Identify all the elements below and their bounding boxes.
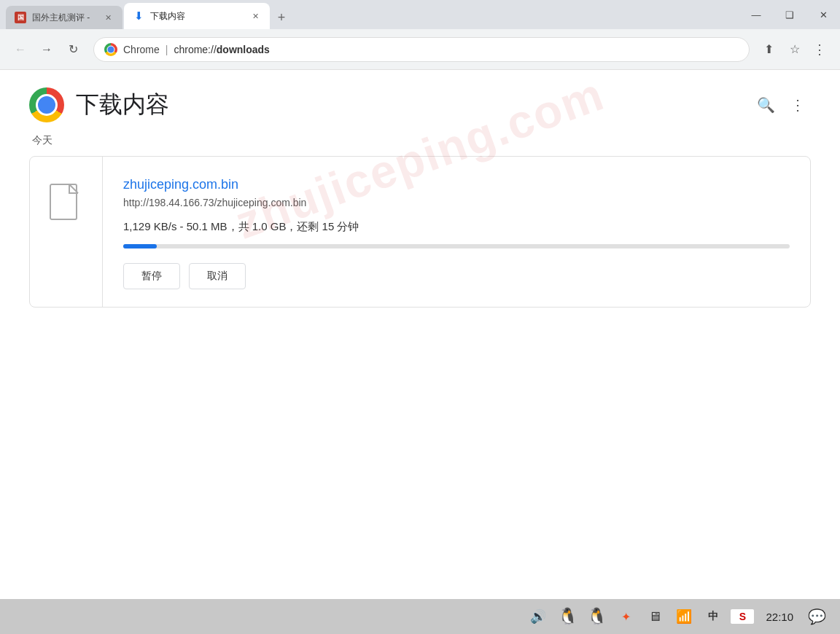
page-menu-button[interactable]: ⋮ xyxy=(785,92,811,118)
download-actions: 暂停 取消 xyxy=(123,263,790,289)
share-icon[interactable]: ⬆ xyxy=(758,39,779,60)
tab-active-label: 下载内容 xyxy=(150,10,244,23)
address-chrome-label: Chrome xyxy=(123,44,160,55)
back-button[interactable]: ← xyxy=(9,38,32,61)
chat-icon[interactable]: 💬 xyxy=(805,605,828,628)
browser-menu-button[interactable]: ⋮ xyxy=(808,38,831,61)
qq1-icon[interactable]: 🐧 xyxy=(556,605,579,628)
address-url: chrome://downloads xyxy=(174,44,269,55)
volume-icon[interactable]: 🔊 xyxy=(526,605,550,628)
ime-icon[interactable]: 中 xyxy=(701,605,725,628)
page-header-right: 🔍 ⋮ xyxy=(752,92,811,118)
wifi-icon[interactable]: 📶 xyxy=(672,605,696,628)
window-controls: — ❑ ✕ xyxy=(739,0,840,29)
download-details: zhujiceping.com.bin http://198.44.166.73… xyxy=(103,157,810,307)
file-icon xyxy=(49,183,84,224)
download-speed: 1,129 KB/s - 50.1 MB，共 1.0 GB，还剩 15 分钟 xyxy=(123,220,790,234)
close-button[interactable]: ✕ xyxy=(806,0,840,29)
tab-active[interactable]: ⬇ 下载内容 ✕ xyxy=(124,3,270,29)
tab-inactive[interactable]: 国 国外主机测评 - ✕ xyxy=(6,6,122,29)
tab-favicon-inactive: 国 xyxy=(15,12,26,23)
qq2-icon[interactable]: 🐧 xyxy=(585,605,608,628)
taskbar: 🔊 🐧 🐧 ✦ 🖥 📶 中 S 22:10 💬 xyxy=(0,599,840,634)
bookmark-icon[interactable]: ☆ xyxy=(785,39,805,60)
system-time: 22:10 xyxy=(766,611,793,623)
tab-inactive-label: 国外主机测评 - xyxy=(32,12,96,24)
cancel-button[interactable]: 取消 xyxy=(189,263,246,289)
download-filename[interactable]: zhujiceping.com.bin xyxy=(123,177,790,192)
minimize-button[interactable]: — xyxy=(739,0,773,29)
sougou-icon[interactable]: S xyxy=(731,609,754,624)
address-icons: ⬆ ☆ xyxy=(758,39,805,60)
chrome-logo xyxy=(29,87,64,122)
address-separator: | xyxy=(166,44,168,55)
address-bar: ← → ↻ Chrome | chrome://downloads ⬆ ☆ ⋮ xyxy=(0,29,840,70)
new-tab-button[interactable]: + xyxy=(270,6,293,29)
screen-icon[interactable]: 🖥 xyxy=(643,605,666,628)
svg-rect-0 xyxy=(50,184,77,219)
search-button[interactable]: 🔍 xyxy=(752,92,779,118)
title-bar: ∨ 国 国外主机测评 - ✕ ⬇ 下载内容 ✕ + — ❑ ✕ xyxy=(0,0,840,29)
progress-bar-fill xyxy=(123,244,157,248)
section-label: 今天 xyxy=(29,134,811,147)
page-content: zhujiceping.com 下载内容 🔍 ⋮ 今天 zhujiceping.… xyxy=(0,70,840,599)
progress-bar xyxy=(123,244,790,248)
reload-button[interactable]: ↻ xyxy=(61,38,85,61)
page-title: 下载内容 xyxy=(76,89,169,121)
figma-icon[interactable]: ✦ xyxy=(614,605,637,628)
file-icon-area xyxy=(30,157,103,307)
forward-button[interactable]: → xyxy=(35,38,58,61)
address-input[interactable]: Chrome | chrome://downloads xyxy=(93,37,750,62)
restore-button[interactable]: ❑ xyxy=(773,0,806,29)
page-header-left: 下载内容 xyxy=(29,87,169,122)
tab-favicon-active: ⬇ xyxy=(133,10,144,22)
page-header: 下载内容 🔍 ⋮ xyxy=(29,70,811,134)
tab-active-close[interactable]: ✕ xyxy=(249,10,261,22)
download-url: http://198.44.166.73/zhujiceping.com.bin xyxy=(123,197,790,208)
pause-button[interactable]: 暂停 xyxy=(123,263,180,289)
download-card: zhujiceping.com.bin http://198.44.166.73… xyxy=(29,156,811,308)
chrome-icon xyxy=(104,43,117,56)
tab-inactive-close[interactable]: ✕ xyxy=(102,12,114,23)
